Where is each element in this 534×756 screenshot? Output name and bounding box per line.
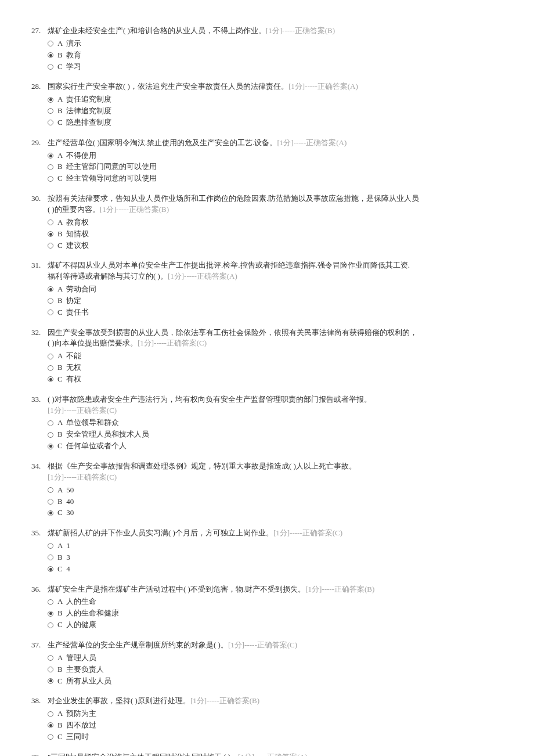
option[interactable]: B 知情权	[48, 229, 513, 240]
option-label: B 无权	[57, 362, 81, 373]
radio-icon[interactable]	[48, 499, 53, 505]
option[interactable]: A 演示	[48, 38, 513, 49]
question-text: 国家实行生产安全事故( )，依法追究生产安全事故责任人员的法律责任。[1分]--…	[48, 81, 513, 92]
option-label: B 法律追究制度	[57, 106, 111, 117]
option[interactable]: A 单位领导和群众	[48, 417, 513, 429]
question-text: 根据《生产安全事故报告和调查处理条例》规定，特别重大事故是指造成( )人以上死亡…	[48, 461, 513, 483]
option[interactable]: A 预防为主	[48, 708, 513, 719]
radio-icon[interactable]	[48, 376, 53, 382]
option[interactable]: A 人的生命	[48, 596, 513, 607]
option[interactable]: A 50	[48, 485, 513, 496]
options: A 不能B 无权C 有权	[48, 351, 513, 385]
radio-icon[interactable]	[48, 510, 53, 516]
radio-icon[interactable]	[48, 655, 53, 661]
option[interactable]: A 责任追究制度	[48, 94, 513, 105]
option[interactable]: A 不能	[48, 351, 513, 362]
option-label: A 1	[57, 541, 70, 552]
option[interactable]: B 法律追究制度	[48, 106, 513, 117]
question-number: 32.	[31, 327, 48, 339]
options: A 教育权B 知情权C 建议权	[48, 217, 513, 251]
option-label: A 劳动合同	[57, 284, 96, 295]
radio-icon[interactable]	[48, 64, 53, 70]
option[interactable]: A 劳动合同	[48, 284, 513, 295]
radio-icon[interactable]	[48, 722, 53, 728]
option[interactable]: C 任何单位或者个人	[48, 441, 513, 452]
radio-icon[interactable]	[48, 164, 53, 170]
radio-icon[interactable]	[48, 176, 53, 182]
option-label: C 人的健康	[57, 620, 96, 631]
radio-icon[interactable]	[48, 555, 53, 560]
option[interactable]: A 不得使用	[48, 150, 513, 161]
radio-icon[interactable]	[48, 97, 53, 103]
option[interactable]: B 40	[48, 496, 513, 507]
radio-icon[interactable]	[48, 354, 53, 359]
option[interactable]: B 安全管理人员和技术人员	[48, 429, 513, 440]
option-label: C 三同时	[57, 732, 89, 743]
radio-icon[interactable]	[48, 444, 53, 449]
option[interactable]: B 3	[48, 552, 513, 563]
radio-icon[interactable]	[48, 678, 53, 684]
radio-icon[interactable]	[48, 622, 53, 628]
option[interactable]: A 教育权	[48, 217, 513, 228]
radio-icon[interactable]	[48, 153, 53, 159]
radio-icon[interactable]	[48, 219, 53, 225]
radio-icon[interactable]	[48, 120, 53, 125]
radio-icon[interactable]	[48, 309, 53, 315]
question-text: ( )对事故隐患或者安全生产违法行为，均有权向负有安全生产监督管理职责的部门报告…	[48, 394, 513, 416]
radio-icon[interactable]	[48, 487, 53, 493]
radio-icon[interactable]	[48, 432, 53, 438]
radio-icon[interactable]	[48, 231, 53, 237]
radio-icon[interactable]	[48, 711, 53, 717]
radio-icon[interactable]	[48, 420, 53, 426]
option-label: B 40	[57, 496, 74, 507]
radio-icon[interactable]	[48, 611, 53, 617]
option[interactable]: C 经主管领导同意的可以使用	[48, 173, 513, 184]
option[interactable]: B 人的生命和健康	[48, 608, 513, 619]
score-and-answer: [1分]-----正确答案(A)	[277, 138, 347, 147]
score-and-answer: [1分]-----正确答案(C)	[48, 473, 117, 481]
option[interactable]: C 责任书	[48, 307, 513, 318]
option-label: C 学习	[57, 62, 81, 73]
radio-icon[interactable]	[48, 298, 53, 304]
question-number: 33.	[31, 394, 48, 405]
options: A 演示B 教育C 学习	[48, 38, 513, 73]
score-and-answer: [1分]-----正确答案(B)	[266, 26, 335, 35]
option[interactable]: C 有权	[48, 374, 513, 385]
option[interactable]: C 建议权	[48, 240, 513, 251]
question-number: 35.	[31, 528, 48, 539]
options: A 50B 40C 30	[48, 485, 513, 519]
radio-icon[interactable]	[48, 599, 53, 605]
radio-icon[interactable]	[48, 667, 53, 672]
option[interactable]: C 三同时	[48, 732, 513, 743]
radio-icon[interactable]	[48, 108, 53, 114]
option[interactable]: C 人的健康	[48, 620, 513, 631]
question: 30.按照有关法律要求，告知从业人员作业场所和工作岗位的危险因素.防范措施以及事…	[31, 193, 513, 251]
option-label: C 任何单位或者个人	[57, 441, 127, 452]
option[interactable]: B 教育	[48, 50, 513, 61]
radio-icon[interactable]	[48, 41, 53, 46]
option[interactable]: B 主要负责人	[48, 664, 513, 675]
radio-icon[interactable]	[48, 52, 53, 58]
option[interactable]: B 经主管部门同意的可以使用	[48, 161, 513, 172]
option[interactable]: B 无权	[48, 362, 513, 373]
question-number: 34.	[31, 461, 48, 472]
option[interactable]: A 管理人员	[48, 653, 513, 664]
option-label: B 经主管部门同意的可以使用	[57, 161, 157, 172]
option[interactable]: B 协定	[48, 296, 513, 307]
option[interactable]: C 学习	[48, 62, 513, 73]
radio-icon[interactable]	[48, 566, 53, 572]
question-number: 31.	[31, 260, 48, 271]
option[interactable]: C 所有从业人员	[48, 676, 513, 687]
radio-icon[interactable]	[48, 365, 53, 371]
radio-icon[interactable]	[48, 734, 53, 740]
option[interactable]: B 四不放过	[48, 720, 513, 731]
radio-icon[interactable]	[48, 543, 53, 549]
option[interactable]: A 1	[48, 541, 513, 552]
option[interactable]: C 隐患排查制度	[48, 117, 513, 128]
question-text: 对企业发生的事故，坚持( )原则进行处理。[1分]-----正确答案(B)	[48, 696, 513, 707]
radio-icon[interactable]	[48, 243, 53, 249]
radio-icon[interactable]	[48, 286, 53, 292]
option[interactable]: C 4	[48, 564, 513, 575]
option-label: B 人的生命和健康	[57, 608, 119, 619]
option[interactable]: C 30	[48, 507, 513, 519]
